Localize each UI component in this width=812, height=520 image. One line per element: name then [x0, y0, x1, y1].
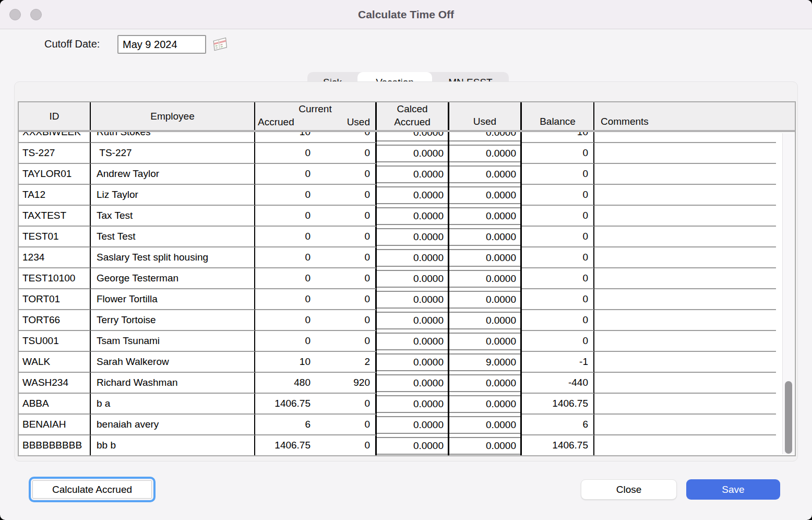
calendar-icon[interactable]: [212, 36, 231, 53]
calced-used-field[interactable]: 0.0000: [449, 186, 520, 204]
cell-calced-used: 0.0000: [449, 310, 522, 331]
cell-employee: Flower Tortilla: [91, 289, 255, 310]
table-row[interactable]: TEST01 Test Test 0 0 0.0000 0.0000 0: [19, 227, 783, 247]
calced-accrued-field[interactable]: 0.0000: [377, 374, 448, 392]
cell-calced-accrued: 0.0000: [377, 164, 449, 185]
calced-accrued-field[interactable]: 0.0000: [377, 207, 448, 225]
calced-accrued-field[interactable]: 0.0000: [377, 353, 448, 371]
calced-used-field[interactable]: 0.0000: [449, 291, 520, 309]
vertical-scrollbar-thumb[interactable]: [785, 381, 792, 454]
cell-calced-used: 0.0000: [449, 435, 522, 455]
cell-comments[interactable]: [594, 185, 776, 206]
cell-balance: 6: [522, 415, 594, 435]
table-row[interactable]: TA12 Liz Taylor 0 0 0.0000 0.0000 0: [19, 185, 783, 206]
calced-used-field[interactable]: 0.0000: [449, 249, 520, 267]
cell-calced-accrued: 0.0000: [377, 289, 449, 310]
calced-used-field[interactable]: 0.0000: [449, 132, 520, 141]
calced-accrued-field[interactable]: 0.0000: [377, 145, 448, 162]
calced-accrued-field[interactable]: 0.0000: [377, 333, 448, 350]
table-row[interactable]: TORT66 Terry Tortoise 0 0 0.0000 0.0000 …: [19, 310, 783, 331]
calced-accrued-field[interactable]: 0.0000: [377, 249, 448, 267]
table-row[interactable]: BBBBBBBBB bb b 1406.75 0 0.0000 0.0000 1…: [19, 435, 783, 455]
cell-id: WASH234: [19, 373, 91, 394]
table-row[interactable]: XXXBIWEEK Ruth Stokes 10 0 0.0000 0.0000…: [19, 132, 783, 143]
close-button[interactable]: Close: [581, 479, 677, 500]
cell-calced-used: 0.0000: [449, 247, 522, 268]
calced-used-field[interactable]: 0.0000: [449, 437, 520, 455]
calced-accrued-field[interactable]: 0.0000: [377, 291, 448, 309]
calculate-accrued-button[interactable]: Calculate Accrued: [32, 480, 152, 499]
titlebar: Calculate Time Off: [0, 0, 812, 29]
cell-comments[interactable]: [594, 268, 776, 289]
calced-used-field[interactable]: 0.0000: [449, 374, 520, 392]
cell-employee: Liz Taylor: [91, 185, 255, 206]
cell-calced-used: 0.0000: [449, 373, 522, 394]
vertical-scrollbar-track[interactable]: [782, 133, 794, 454]
cell-balance: 0: [522, 331, 594, 352]
col-header-comments: Comments: [594, 102, 776, 130]
calced-used-field[interactable]: 9.0000: [449, 353, 520, 371]
cell-comments[interactable]: [594, 373, 776, 394]
calced-used-field[interactable]: 0.0000: [449, 333, 520, 350]
cell-comments[interactable]: [594, 132, 776, 143]
cell-calced-accrued: 0.0000: [377, 143, 449, 164]
cell-employee: Tsam Tsunami: [91, 331, 255, 352]
cell-id: TORT66: [19, 310, 91, 331]
cell-id: TS-227: [19, 143, 91, 164]
cell-comments[interactable]: [594, 247, 776, 268]
cell-balance: 10: [522, 132, 594, 143]
cell-calced-used: 0.0000: [449, 132, 522, 143]
cell-comments[interactable]: [594, 415, 776, 435]
calced-accrued-field[interactable]: 0.0000: [377, 395, 448, 413]
cell-comments[interactable]: [594, 164, 776, 185]
table-row[interactable]: TEST10100 George Testerman 0 0 0.0000 0.…: [19, 268, 783, 289]
calced-accrued-field[interactable]: 0.0000: [377, 416, 448, 434]
cell-comments[interactable]: [594, 206, 776, 227]
table-row[interactable]: 1234 Saslary Test split housing 0 0 0.00…: [19, 247, 783, 268]
cell-employee: b a: [91, 394, 255, 415]
cell-comments[interactable]: [594, 352, 776, 373]
cell-comments[interactable]: [594, 435, 776, 455]
calced-accrued-field[interactable]: 0.0000: [377, 270, 448, 288]
calced-used-field[interactable]: 0.0000: [449, 270, 520, 288]
cell-comments[interactable]: [594, 310, 776, 331]
cell-balance: -1: [522, 352, 594, 373]
save-button[interactable]: Save: [686, 479, 780, 500]
table-row[interactable]: TSU001 Tsam Tsunami 0 0 0.0000 0.0000 0: [19, 331, 783, 352]
table-row[interactable]: TORT01 Flower Tortilla 0 0 0.0000 0.0000…: [19, 289, 783, 310]
calced-used-field[interactable]: 0.0000: [449, 145, 520, 162]
cell-calced-accrued: 0.0000: [377, 415, 449, 435]
cell-comments[interactable]: [594, 227, 776, 247]
calced-accrued-field[interactable]: 0.0000: [377, 228, 448, 246]
col-header-current-used: Used: [347, 116, 370, 128]
table-row[interactable]: TAXTEST Tax Test 0 0 0.0000 0.0000 0: [19, 206, 783, 227]
cell-comments[interactable]: [594, 394, 776, 415]
cell-calced-accrued: 0.0000: [377, 435, 449, 455]
table-row[interactable]: TAYLOR01 Andrew Taylor 0 0 0.0000 0.0000…: [19, 164, 783, 185]
table-row[interactable]: WASH234 Richard Washman 480 920 0.0000 0…: [19, 373, 783, 394]
cutoff-date-input[interactable]: [117, 35, 206, 54]
table-body: XXXBIWEEK Ruth Stokes 10 0 0.0000 0.0000…: [19, 132, 795, 455]
calced-used-field[interactable]: 0.0000: [449, 312, 520, 329]
table-row[interactable]: WALK Sarah Walkerow 10 2 0.0000 9.0000 -…: [19, 352, 783, 373]
calced-accrued-field[interactable]: 0.0000: [377, 166, 448, 183]
calced-used-field[interactable]: 0.0000: [449, 395, 520, 413]
table-row[interactable]: BENAIAH benaiah avery 6 0 0.0000 0.0000 …: [19, 415, 783, 435]
cell-current-accrued: 0: [255, 143, 314, 164]
calced-used-field[interactable]: 0.0000: [449, 416, 520, 434]
calced-used-field[interactable]: 0.0000: [449, 207, 520, 225]
cell-comments[interactable]: [594, 143, 776, 164]
calced-accrued-field[interactable]: 0.0000: [377, 437, 448, 455]
cell-current-accrued: 0: [255, 185, 314, 206]
table-row[interactable]: TS-227 TS-227 0 0 0.0000 0.0000 0: [19, 143, 783, 164]
calced-accrued-field[interactable]: 0.0000: [377, 132, 448, 141]
cell-comments[interactable]: [594, 331, 776, 352]
calced-used-field[interactable]: 0.0000: [449, 228, 520, 246]
table-row[interactable]: ABBA b a 1406.75 0 0.0000 0.0000 1406.75: [19, 394, 783, 415]
calced-accrued-field[interactable]: 0.0000: [377, 312, 448, 329]
cell-comments[interactable]: [594, 289, 776, 310]
calced-used-field[interactable]: 0.0000: [449, 166, 520, 183]
cell-current-used: 0: [314, 143, 377, 164]
cell-current-used: 0: [314, 289, 377, 310]
calced-accrued-field[interactable]: 0.0000: [377, 186, 448, 204]
